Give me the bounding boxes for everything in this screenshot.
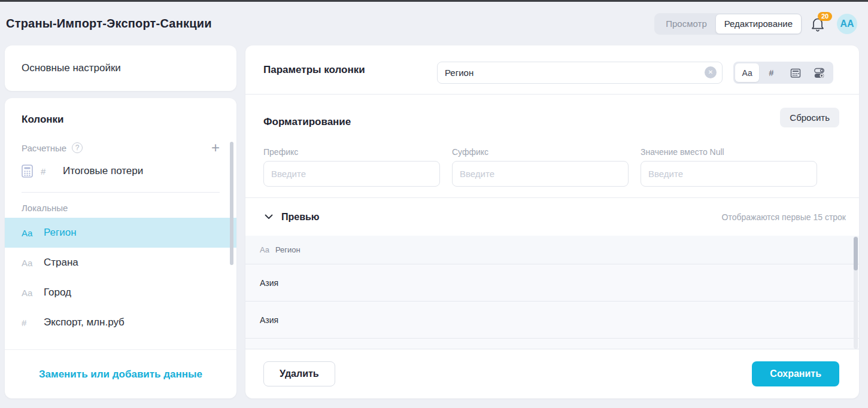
columns-title: Колонки [22,114,220,126]
prefix-field: Префикс [263,147,440,187]
table-row: Азия [245,264,859,302]
prefix-input[interactable] [263,161,440,187]
save-button[interactable]: Сохранить [752,361,839,386]
calculated-label: Расчетные [22,143,66,153]
suffix-input[interactable] [452,161,629,187]
suffix-field: Суффикс [452,147,629,187]
type-text-button[interactable]: Aa [735,63,759,82]
app-header: Страны-Импорт-Экспорт-Санкции Просмотр Р… [0,2,868,45]
formatting-fields: Префикс Суффикс Значение вместо Null [263,147,817,187]
preview-scrollbar-thumb[interactable] [854,237,858,270]
null-value-label: Значение вместо Null [641,147,817,157]
number-type-icon: # [22,318,36,328]
help-icon[interactable]: ? [72,142,83,153]
sidebar: Основные настройки Колонки Расчетные ? + [5,45,236,398]
sidebar-footer: Заменить или добавить данные [5,349,236,398]
delete-button[interactable]: Удалить [263,361,335,386]
content: Основные настройки Колонки Расчетные ? + [0,45,868,398]
preview-row-limit-note: Отображаются первые 15 строк [722,212,846,222]
number-type-icon: # [41,166,55,176]
add-calculated-column-button[interactable]: + [211,142,220,154]
view-mode-toggle: Просмотр Редактирование [654,13,802,35]
cell-value: Азия [260,278,278,288]
column-name-input[interactable] [437,62,723,84]
column-item-label: Город [44,287,71,299]
type-date-button[interactable] [784,63,808,82]
sidebar-item-main-settings[interactable]: Основные настройки [5,45,236,91]
preview-title: Превью [281,212,320,223]
local-section-label: Локальные [5,193,236,218]
column-item-label: Итоговые потери [63,165,143,177]
suffix-label: Суффикс [452,147,629,157]
header-actions: Просмотр Редактирование 20 AA [654,13,857,35]
column-settings-panel: Параметры колонки ✕ Aa # [245,45,859,398]
column-item-label: Регион [44,227,77,239]
type-boolean-button[interactable] [808,63,831,82]
preview-column-name: Регион [275,245,301,254]
sidebar-scrollbar[interactable] [230,142,233,265]
columns-panel-head: Колонки Расчетные ? + [5,98,236,154]
edit-mode-button[interactable]: Редактирование [715,14,802,34]
text-type-icon: Aa [260,245,269,254]
text-type-icon: Aa [22,288,36,298]
text-type-icon: Aa [22,228,36,238]
preview-table: Aa Регион Азия Азия [245,236,859,349]
main-settings-label: Основные настройки [22,62,121,74]
notifications-button[interactable]: 20 [811,14,828,34]
collapse-preview-button[interactable] [263,212,274,223]
preview-header: Превью Отображаются первые 15 строк [245,198,859,236]
table-row: Азия [245,302,859,339]
column-item-label: Страна [44,257,78,269]
calculated-section-header: Расчетные ? + [22,142,220,154]
clear-input-icon[interactable]: ✕ [705,66,717,78]
sidebar-item-calculated-column[interactable]: # Итоговые потери [5,156,236,186]
calculator-icon [22,165,33,178]
column-type-switcher: Aa # [733,62,833,84]
toggle-switch-icon [814,68,825,78]
panel-footer: Удалить Сохранить [245,349,859,398]
type-number-button[interactable]: # [759,63,783,82]
reset-formatting-button[interactable]: Сбросить [780,108,839,127]
view-mode-button[interactable]: Просмотр [656,15,717,33]
sidebar-item-column-country[interactable]: Aa Страна [5,248,236,278]
null-value-field: Значение вместо Null [641,147,817,187]
replace-or-add-data-link[interactable]: Заменить или добавить данные [39,369,202,380]
table-row [245,339,859,349]
sidebar-item-column-export[interactable]: # Экспорт, млн.руб [5,307,236,328]
local-columns-list: Aa Регион Aa Страна Aa Город # Экспорт, … [5,218,236,328]
sidebar-item-column-region[interactable]: Aa Регион [5,218,236,248]
column-item-label: Экспорт, млн.руб [44,316,125,328]
chevron-down-icon [265,214,273,220]
formatting-section: Форматирование Сбросить Префикс Суффикс … [245,95,859,198]
column-name-field-wrap: ✕ [437,62,723,84]
formatting-title: Форматирование [263,116,351,128]
avatar[interactable]: AA [837,14,857,34]
page-title: Страны-Импорт-Экспорт-Санкции [6,17,212,31]
preview-table-header: Aa Регион [245,236,859,264]
calendar-icon [790,68,801,78]
sidebar-item-column-city[interactable]: Aa Город [5,278,236,307]
text-type-icon: Aa [22,258,36,268]
prefix-label: Префикс [263,147,440,157]
columns-panel: Колонки Расчетные ? + # Итоговые потери [5,98,236,398]
null-value-input[interactable] [641,161,817,187]
column-settings-header: Параметры колонки ✕ Aa # [245,45,859,95]
notifications-badge: 20 [818,12,832,21]
panel-title: Параметры колонки [263,64,365,76]
cell-value: Азия [260,315,278,325]
